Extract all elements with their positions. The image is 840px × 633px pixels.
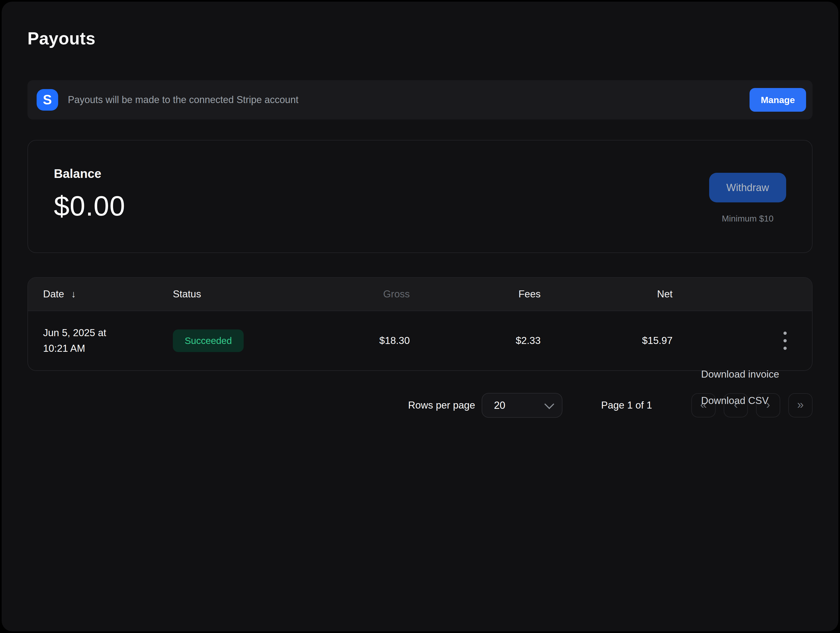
stripe-connect-banner: S Payouts will be made to the connected … xyxy=(27,80,813,120)
balance-info: Balance $0.00 xyxy=(54,166,125,252)
page-info: Page 1 of 1 xyxy=(601,400,652,411)
rows-per-page-label: Rows per page xyxy=(408,400,475,411)
row-actions-menu: Download invoice Download CSV xyxy=(701,368,779,407)
withdraw-area: Withdraw Minimum $10 xyxy=(709,166,786,252)
menu-item-download-invoice[interactable]: Download invoice xyxy=(701,368,779,381)
payout-fees-cell: $2.33 xyxy=(410,335,541,346)
sort-desc-icon: ↓ xyxy=(71,288,76,300)
menu-item-download-csv[interactable]: Download CSV xyxy=(701,395,779,407)
column-header-fees: Fees xyxy=(410,288,541,300)
payout-net-cell: $15.97 xyxy=(541,335,673,346)
payouts-table: Date ↓ Status Gross Fees Net Jun 5, 2025… xyxy=(27,277,813,371)
kebab-dot xyxy=(783,332,787,335)
column-header-net: Net xyxy=(541,288,673,300)
table-header-row: Date ↓ Status Gross Fees Net xyxy=(28,278,812,311)
status-badge: Succeeded xyxy=(173,329,244,352)
payout-status-cell: Succeeded xyxy=(173,329,302,352)
payout-date-line1: Jun 5, 2025 at xyxy=(43,325,173,341)
pagination-bar: Rows per page 20 Page 1 of 1 « ‹ › » xyxy=(27,393,813,418)
stripe-icon-letter: S xyxy=(43,92,52,108)
double-chevron-right-icon: » xyxy=(797,398,804,411)
kebab-dot xyxy=(783,339,787,342)
balance-label: Balance xyxy=(54,166,125,181)
date-header-label: Date xyxy=(43,288,64,300)
payouts-content: Payouts S Payouts will be made to the co… xyxy=(2,28,838,631)
withdraw-button[interactable]: Withdraw xyxy=(709,173,786,202)
column-header-date[interactable]: Date ↓ xyxy=(28,288,173,300)
withdraw-minimum-note: Minimum $10 xyxy=(722,214,774,224)
rows-per-page-select[interactable]: 20 xyxy=(482,393,562,418)
page-title: Payouts xyxy=(27,28,813,49)
kebab-dot xyxy=(783,346,787,350)
payouts-panel: Payouts S Payouts will be made to the co… xyxy=(2,2,838,631)
table-row: Jun 5, 2025 at 10:21 AM Succeeded $18.30… xyxy=(28,311,812,370)
banner-text: Payouts will be made to the connected St… xyxy=(68,94,750,106)
last-page-button[interactable]: » xyxy=(788,393,813,417)
rows-per-page-value: 20 xyxy=(494,400,505,411)
row-kebab-menu-icon[interactable] xyxy=(780,328,791,354)
chevron-down-icon xyxy=(545,399,554,409)
stripe-s-icon: S xyxy=(36,89,58,110)
payout-date-line2: 10:21 AM xyxy=(43,341,173,356)
balance-amount: $0.00 xyxy=(54,190,125,222)
payout-gross-cell: $18.30 xyxy=(302,335,410,346)
balance-card: Balance $0.00 Withdraw Minimum $10 xyxy=(27,140,813,253)
payout-date-cell: Jun 5, 2025 at 10:21 AM xyxy=(28,325,173,356)
column-header-status: Status xyxy=(173,288,302,300)
column-header-gross: Gross xyxy=(302,288,410,300)
payout-actions-cell xyxy=(780,328,812,354)
manage-button[interactable]: Manage xyxy=(750,88,806,112)
